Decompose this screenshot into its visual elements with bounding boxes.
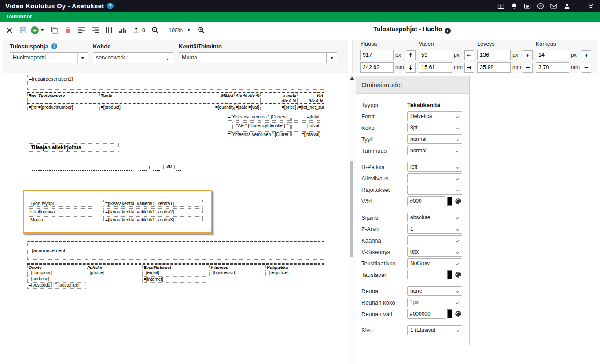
footer-row-3[interactable]: =[postcode]." ".[postoffice] bbox=[27, 283, 324, 289]
fieldaction-dropdown-button[interactable] bbox=[327, 52, 337, 63]
layer-up-button[interactable] bbox=[130, 25, 142, 36]
size-select[interactable]: 8pt bbox=[407, 123, 462, 132]
halign-select[interactable]: left bbox=[407, 162, 462, 172]
bgcolor-input[interactable] bbox=[407, 270, 445, 279]
total-net-label[interactable]: ="Yhteensä veroton ".[Currenc bbox=[227, 114, 291, 121]
total-vat-value[interactable]: =[totvat] bbox=[291, 122, 322, 129]
product-table-subheader[interactable]: Alv 0 % Alv 0 % bbox=[27, 98, 324, 103]
custom-field-2-value[interactable]: =[tkvarakentta_valilehti1_kentta2] bbox=[103, 208, 203, 215]
footer-row-2[interactable]: =[address] =[internet] bbox=[27, 276, 324, 283]
font-select[interactable]: Helvetica bbox=[407, 111, 462, 121]
fh-email[interactable]: Email/Internet bbox=[142, 265, 209, 270]
total-net-value[interactable]: =[total] bbox=[291, 114, 322, 121]
position-select[interactable]: absolute bbox=[407, 213, 462, 222]
product-table[interactable]: Rivi Tuotenumero Tuote Määrä Ale % Alv %… bbox=[27, 92, 324, 110]
fd-internet[interactable]: =[internet] bbox=[142, 276, 209, 283]
zindex-select[interactable]: 1 bbox=[407, 224, 462, 234]
bgcolor-swatch[interactable] bbox=[447, 270, 452, 279]
target-select[interactable]: servicework bbox=[93, 52, 173, 63]
custom-field-3-label[interactable]: Muuta bbox=[29, 216, 92, 223]
double-chevron-down-icon[interactable] bbox=[587, 2, 595, 10]
year-prefix-field[interactable]: 20 bbox=[163, 163, 175, 170]
windows-icon[interactable] bbox=[497, 2, 505, 10]
left-left-button[interactable]: ← bbox=[464, 50, 474, 60]
fh-osoite[interactable]: Osoite bbox=[27, 265, 86, 270]
help-icon[interactable]: ? bbox=[537, 2, 545, 10]
th-maara[interactable]: Määrä bbox=[214, 93, 235, 98]
total-row-vat[interactable]: ="Alv ".[CurrencyIdentifier].":" =[totva… bbox=[232, 122, 322, 129]
bell-icon[interactable] bbox=[510, 2, 518, 10]
subheader-alv0-a[interactable]: Alv 0 % bbox=[261, 98, 298, 103]
title-help-icon[interactable]: ? bbox=[107, 3, 114, 9]
highlighted-selection[interactable]: Työn tyyppi =[tkvarakentta_valilehti1_ke… bbox=[23, 190, 212, 234]
th-yht[interactable]: Yht bbox=[298, 93, 324, 98]
date-line-day[interactable] bbox=[140, 170, 147, 171]
close-button[interactable] bbox=[4, 25, 15, 36]
page-select[interactable]: 1 (Etusivu) bbox=[407, 325, 462, 335]
signature-label[interactable]: Tilaajan allekirjoitus bbox=[29, 143, 119, 152]
fh-kotipaikka[interactable]: Kotipaikka bbox=[265, 265, 324, 270]
top-up-button[interactable]: ↑ bbox=[406, 50, 416, 60]
template-combobox[interactable]: Huoltoraportti bbox=[10, 52, 88, 63]
height-px-input[interactable] bbox=[536, 50, 569, 60]
footer-row-1[interactable]: =[company] =[phone] =[email] =[businessi… bbox=[27, 270, 324, 276]
scrollbar-thumb[interactable] bbox=[350, 161, 353, 257]
subheader-alv0-b[interactable]: Alv 0 % bbox=[298, 98, 324, 103]
fd-regoffice[interactable]: =[regoffice] bbox=[265, 270, 324, 276]
save-button[interactable] bbox=[17, 25, 29, 36]
width-px-input[interactable] bbox=[477, 50, 511, 60]
custom-field-1-label[interactable]: Työn tyyppi bbox=[29, 200, 92, 207]
td-productnumber[interactable]: =[productnumber] bbox=[37, 104, 100, 110]
total-gross-label[interactable]: ="Yhteensä verollinen ".[Currer bbox=[227, 131, 291, 138]
border-select[interactable]: none bbox=[407, 286, 462, 296]
fd-postcode[interactable]: =[postcode]." ".[postoffice] bbox=[27, 283, 86, 289]
fd-phone[interactable]: =[phone] bbox=[86, 270, 142, 276]
total-row-net[interactable]: ="Yhteensä veroton ".[Currenc =[total] bbox=[227, 114, 322, 121]
td-vat[interactable]: =[vat] bbox=[247, 104, 261, 110]
custom-field-3-value[interactable]: =[tkvarakentta_valilehti1_kentta3] bbox=[103, 216, 203, 223]
user-icon[interactable] bbox=[563, 2, 571, 10]
td-rowc[interactable]: =[rowc bbox=[27, 104, 37, 110]
rotate-select[interactable] bbox=[407, 235, 462, 245]
fieldaction-combobox[interactable]: Muuta bbox=[179, 52, 337, 63]
fd-email[interactable]: =[email] bbox=[142, 270, 209, 276]
bordercolor-swatch[interactable] bbox=[447, 309, 452, 318]
vertical-scrollbar[interactable] bbox=[349, 75, 355, 364]
th-tuote[interactable]: Tuote bbox=[100, 93, 214, 98]
distribute-columns-button[interactable] bbox=[103, 25, 114, 36]
total-gross-value[interactable]: =[totalval] bbox=[291, 131, 322, 138]
palette-icon[interactable] bbox=[454, 271, 462, 279]
weight-select[interactable]: normal bbox=[407, 146, 462, 155]
plus-icon[interactable]: + bbox=[31, 26, 39, 34]
total-row-gross[interactable]: ="Yhteensä verollinen ".[Currer =[totalv… bbox=[227, 131, 322, 138]
bar-chart-button[interactable] bbox=[117, 25, 128, 36]
color-swatch[interactable] bbox=[447, 197, 452, 206]
scroll-up-arrow-icon[interactable] bbox=[350, 77, 354, 80]
add-caret-icon[interactable] bbox=[40, 29, 44, 31]
product-table-row[interactable]: =[rowc =[productnumber] =[product] =[qua… bbox=[27, 103, 324, 110]
left-mm-input[interactable] bbox=[419, 62, 452, 73]
textbox-select[interactable]: NoGrow bbox=[407, 258, 462, 268]
palette-icon[interactable] bbox=[454, 197, 462, 205]
color-input[interactable] bbox=[407, 196, 445, 206]
td-quantity[interactable]: =[quantity bbox=[214, 104, 235, 110]
underline-select[interactable] bbox=[407, 173, 462, 183]
menu-toiminnot[interactable]: Toiminnot bbox=[6, 14, 32, 20]
left-px-input[interactable] bbox=[419, 50, 452, 60]
zoom-in-button[interactable] bbox=[196, 25, 207, 36]
vindent-select[interactable]: 0px bbox=[407, 247, 462, 257]
repair-description-field[interactable]: =[repairdescription2] bbox=[27, 75, 324, 90]
zoom-out-button[interactable] bbox=[150, 25, 161, 36]
zoom-select[interactable]: 100% bbox=[169, 27, 191, 33]
panel-title-info-icon[interactable]: i bbox=[445, 28, 451, 34]
height-mm-input[interactable] bbox=[536, 62, 569, 73]
th-ahinta[interactable]: a-hinta bbox=[261, 93, 298, 98]
height-minus-button[interactable]: − bbox=[582, 63, 591, 73]
td-price[interactable]: =[price] bbox=[261, 104, 298, 110]
fd-businessid[interactable]: =[businessid] bbox=[209, 270, 265, 276]
th-tuotenumero[interactable]: Tuotenumero bbox=[37, 93, 100, 98]
delete-button[interactable] bbox=[62, 25, 74, 36]
td-product[interactable]: =[product] bbox=[100, 104, 214, 110]
fieldaction-value[interactable]: Muuta bbox=[179, 52, 327, 63]
align-left-button[interactable] bbox=[76, 25, 87, 36]
